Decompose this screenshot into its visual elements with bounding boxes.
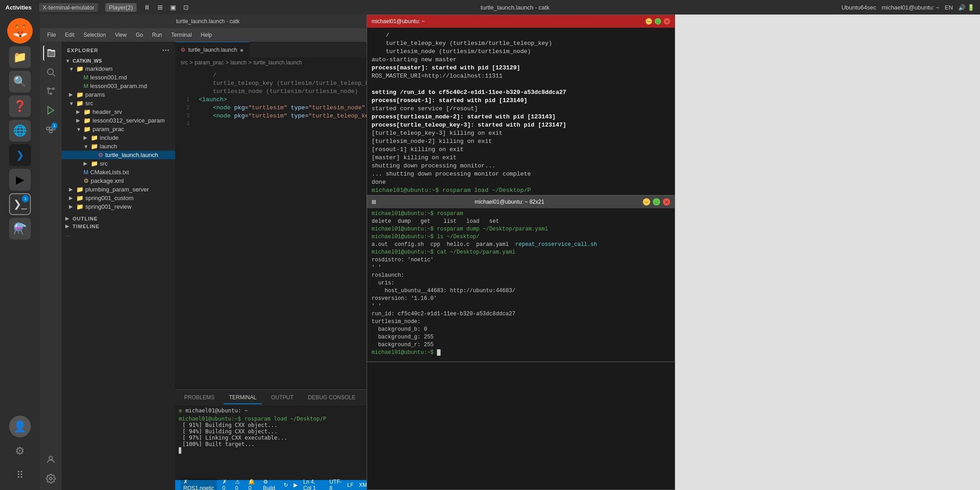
tree-timeline[interactable]: ▶ TIMELINE [62, 222, 175, 230]
play-icon[interactable]: ▶ [294, 482, 298, 488]
terminal-emulator-label[interactable]: X-terminal-emulator [39, 3, 98, 12]
breadcrumb-launch[interactable]: launch [230, 59, 246, 66]
tree-lesson003[interactable]: M lesson003_param.md [62, 82, 175, 90]
tree-catkin-ws[interactable]: ▼ CATKIN_WS [62, 57, 175, 64]
panel-tab-output[interactable]: OUTPUT [265, 392, 299, 404]
menu-view[interactable]: View [111, 30, 130, 40]
ros-status[interactable]: ✗ ROS1.noetic [181, 478, 217, 490]
menu-run[interactable]: Run [148, 30, 166, 40]
activity-profile[interactable] [43, 452, 59, 467]
build-btn[interactable]: ⚙ Build [263, 479, 278, 490]
dock-settings[interactable]: ⚙ [9, 440, 31, 462]
dock-user[interactable]: 👤 [9, 416, 31, 437]
popup-line: delete dump get list load set [372, 218, 670, 225]
activity-files[interactable] [43, 45, 59, 61]
panel-tab-debug[interactable]: DEBUG CONSOLE [303, 392, 361, 404]
tree-package-xml[interactable]: ⚙ package.xml [62, 176, 175, 185]
tree-param-prac[interactable]: ▼ 📁 param_prac [62, 125, 175, 133]
dock-apps[interactable]: ⠿ [9, 465, 31, 486]
bottom-panels: PROBLEMS TERMINAL OUTPUT DEBUG CONSOLE ⊞… [175, 389, 376, 480]
grid-icon[interactable]: ⊞ [157, 4, 163, 11]
tree-lesson001[interactable]: M lesson001.md [62, 73, 175, 82]
terminal-popup-content[interactable]: michael01@ubuntu:~$ rosparam delete dump… [367, 208, 675, 362]
tree-src[interactable]: ▼ 📁 src [62, 99, 175, 108]
sidebar-more-icon[interactable]: ··· [162, 46, 170, 54]
tree-launch[interactable]: ▼ 📁 launch [62, 142, 175, 151]
dock-files[interactable]: 📁 [9, 46, 31, 68]
dock-vscode[interactable]: ❯ [9, 144, 31, 166]
menu-selection[interactable]: Selection [80, 30, 109, 40]
arrow-right-icon: ▶ [65, 216, 73, 221]
tree-src2[interactable]: ▶ 📁 src [62, 159, 175, 168]
term-line: auto-starting new master [372, 56, 670, 64]
sidebar-dots[interactable]: ··· [62, 230, 175, 241]
dock-firefox[interactable]: 🦊 [7, 18, 33, 44]
tree-params[interactable]: ▶ 📁 params [62, 90, 175, 99]
terminal-maximize-btn[interactable]: □ [655, 18, 661, 24]
bell-count[interactable]: 🔔 0 [248, 479, 257, 490]
code-editor[interactable]: 1 2 3 4 / turtle_teleop_key (turtlesim/t… [175, 68, 376, 389]
term-line: [master] killing on exit [372, 154, 670, 162]
dock-search[interactable]: 🔍 [9, 71, 31, 93]
terminal-minimize-btn[interactable]: ─ [646, 18, 652, 24]
activity-git[interactable] [43, 83, 59, 99]
popup-close-btn[interactable]: ✕ [663, 198, 670, 206]
menu-help[interactable]: Help [197, 30, 216, 40]
panel-tab-problems[interactable]: PROBLEMS [179, 392, 220, 404]
pip-icon[interactable]: ⊡ [183, 4, 189, 11]
tree-outline[interactable]: ▶ OUTLINE [62, 215, 175, 222]
tree-markdown[interactable]: ▼ 📁 markdown [62, 64, 175, 73]
dock-terminal[interactable]: ❯_ 1 [9, 193, 31, 215]
terminal-close-btn[interactable]: ✕ [664, 18, 670, 24]
player-label[interactable]: Player(2) [105, 3, 137, 12]
include-label: include [100, 134, 118, 141]
terminal-tab-icon[interactable]: ⊞ [179, 408, 182, 414]
arrow-right-icon: ▶ [83, 135, 91, 141]
activity-search[interactable] [43, 64, 59, 80]
activity-debug[interactable] [43, 103, 59, 118]
tree-plumbing[interactable]: ▶ 📁 plumbing_param_server [62, 185, 175, 194]
screen-icon[interactable]: ▣ [170, 4, 176, 11]
code-line: <node pkg="turtlesim" type="turtle_teleo… [199, 112, 376, 120]
dock-help[interactable]: ❓ [9, 95, 31, 117]
warnings-count[interactable]: ⚠ 0 [235, 479, 243, 490]
activities-label[interactable]: Activities [5, 4, 32, 11]
terminal-popup: ⊞ michael01@ubuntu: ~ 82x21 ─ □ ✕ michae… [367, 195, 675, 362]
dock-chrome[interactable]: 🌐 [9, 120, 31, 142]
menu-file[interactable]: File [44, 30, 59, 40]
dock-debug[interactable]: ▶ [9, 169, 31, 191]
code-content[interactable]: / turtle_teleop_key (turtlesim/turtle_te… [193, 68, 376, 389]
tree-header-srv[interactable]: ▶ 📁 header_srv [62, 108, 175, 116]
tree-turtle-launch[interactable]: ⚙ turtle_launch.launch [62, 151, 175, 159]
menu-terminal[interactable]: Terminal [167, 30, 195, 40]
errors-count[interactable]: ✗ 0 [222, 479, 230, 490]
pause-icon[interactable]: ⏸ [144, 4, 150, 11]
menu-go[interactable]: Go [132, 30, 147, 40]
tree-lesson0312[interactable]: ▶ 📁 lesson0312_service_param [62, 116, 175, 125]
panel-terminal-content[interactable]: ⊞ michael01@ubuntu: ~ michael01@ubuntu:~… [175, 406, 376, 480]
tab-close-icon[interactable]: ● [240, 46, 243, 54]
sidebar-header: EXPLORER ··· [62, 42, 175, 57]
breadcrumb-src[interactable]: src [181, 59, 188, 66]
activity-extensions[interactable]: 1 [43, 122, 59, 137]
tree-spring001[interactable]: ▶ 📁 spring001_custom [62, 194, 175, 202]
arrow-down-icon: ▼ [76, 127, 83, 132]
tree-spring001-review[interactable]: ▶ 📁 spring001_review [62, 202, 175, 211]
popup-minimize-btn[interactable]: ─ [643, 198, 650, 206]
popup-line: rosdistro: 'noetic' [372, 256, 670, 264]
svg-point-3 [53, 88, 54, 90]
term-line: / [372, 31, 670, 39]
popup-maximize-btn[interactable]: □ [653, 198, 660, 206]
tree-cmakelists[interactable]: M CMakeLists.txt [62, 168, 175, 176]
dock-chemistry[interactable]: ⚗️ [9, 218, 31, 240]
menu-edit[interactable]: Edit [61, 30, 78, 40]
breadcrumb-file[interactable]: turtle_launch.launch [253, 59, 302, 66]
tab-turtle-launch[interactable]: ⚙ turtle_launch.launch ● [175, 42, 250, 58]
activity-settings[interactable] [43, 471, 59, 486]
sidebar: EXPLORER ··· ▼ CATKIN_WS ▼ 📁 markdown M … [62, 42, 175, 490]
tree-include[interactable]: ▶ 📁 include [62, 133, 175, 142]
panel-tab-terminal[interactable]: TERMINAL [224, 392, 262, 404]
refresh-icon[interactable]: ↻ [284, 482, 288, 488]
package-xml-label: package.xml [91, 177, 124, 184]
breadcrumb-param-prac[interactable]: param_prac [195, 59, 224, 66]
